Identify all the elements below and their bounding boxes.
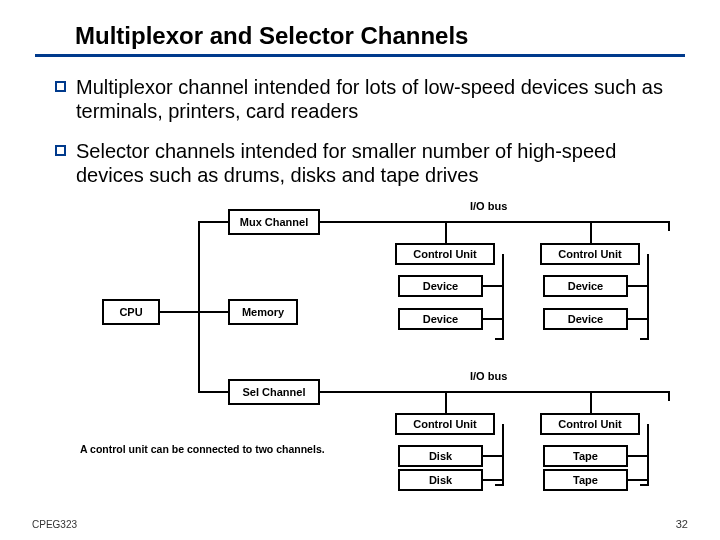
connector [483, 479, 504, 481]
connector [628, 479, 649, 481]
connector [640, 338, 649, 340]
diagram: CPU Memory Mux Channel Sel Channel I/O b… [0, 203, 720, 493]
control-unit-box: Control Unit [395, 243, 495, 265]
connector [590, 391, 592, 413]
bullet-icon [55, 145, 66, 156]
connector [668, 391, 670, 401]
connector [495, 484, 504, 486]
connector [198, 391, 228, 393]
io-bus-label: I/O bus [470, 200, 507, 212]
connector [628, 318, 649, 320]
tape-box: Tape [543, 469, 628, 491]
connector [668, 221, 670, 231]
connector [647, 254, 649, 340]
connector [198, 221, 200, 391]
disk-box: Disk [398, 469, 483, 491]
memory-box: Memory [228, 299, 298, 325]
bullet-icon [55, 81, 66, 92]
bus-line [320, 221, 670, 223]
footer-course-code: CPEG323 [32, 519, 77, 530]
connector [628, 455, 649, 457]
connector [445, 221, 447, 243]
diagram-note: A control unit can be connected to two c… [80, 443, 325, 455]
footer-page-number: 32 [676, 518, 688, 530]
connector [483, 455, 504, 457]
connector [160, 311, 200, 313]
control-unit-box: Control Unit [540, 243, 640, 265]
disk-box: Disk [398, 445, 483, 467]
connector [640, 484, 649, 486]
bullet-text: Multiplexor channel intended for lots of… [76, 75, 670, 123]
mux-channel-box: Mux Channel [228, 209, 320, 235]
device-box: Device [543, 308, 628, 330]
sel-channel-box: Sel Channel [228, 379, 320, 405]
connector [198, 221, 228, 223]
connector [198, 311, 228, 313]
connector [590, 221, 592, 243]
connector [483, 318, 504, 320]
cpu-box: CPU [102, 299, 160, 325]
device-box: Device [398, 275, 483, 297]
bullet-item: Selector channels intended for smaller n… [55, 139, 670, 187]
io-bus-label: I/O bus [470, 370, 507, 382]
connector [445, 391, 447, 413]
bullet-list: Multiplexor channel intended for lots of… [0, 75, 720, 187]
bullet-item: Multiplexor channel intended for lots of… [55, 75, 670, 123]
tape-box: Tape [543, 445, 628, 467]
connector [628, 285, 649, 287]
connector [495, 338, 504, 340]
bullet-text: Selector channels intended for smaller n… [76, 139, 670, 187]
control-unit-box: Control Unit [395, 413, 495, 435]
bus-line [320, 391, 670, 393]
device-box: Device [543, 275, 628, 297]
connector [502, 254, 504, 340]
device-box: Device [398, 308, 483, 330]
slide-title: Multiplexor and Selector Channels [35, 0, 685, 57]
connector [483, 285, 504, 287]
control-unit-box: Control Unit [540, 413, 640, 435]
